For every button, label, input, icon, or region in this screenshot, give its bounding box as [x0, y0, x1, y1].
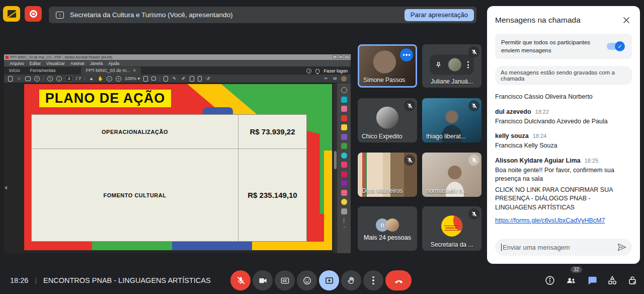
- zoom-in-icon[interactable]: +: [116, 76, 121, 82]
- menu-janela[interactable]: Janela: [90, 61, 103, 66]
- tile-secretaria[interactable]: SOBRAL Secretaria da ...: [422, 206, 481, 251]
- menu-assinar[interactable]: Assinar: [70, 61, 85, 66]
- search-tool-icon[interactable]: [341, 87, 347, 93]
- allow-messages-label: Permitir que todos os participantes envi…: [501, 38, 602, 54]
- allow-messages-toggle[interactable]: ✓: [607, 43, 624, 50]
- tile-simone-passos[interactable]: Simone Passos: [358, 44, 417, 88]
- stamp-icon[interactable]: [190, 76, 194, 82]
- page-down-icon[interactable]: ↓: [56, 76, 62, 82]
- account-avatar[interactable]: [341, 76, 347, 82]
- fit-width-icon[interactable]: [143, 76, 148, 82]
- tile-more-people[interactable]: n Mais 24 pessoas: [358, 206, 417, 251]
- tile-chico-expedito[interactable]: Chico Expedito: [358, 98, 417, 142]
- slide-yellow-bar: [324, 151, 332, 250]
- message-sender: kelly souza: [495, 132, 529, 139]
- page-up-icon[interactable]: ↑: [47, 76, 53, 82]
- protect-tool-icon[interactable]: [341, 199, 347, 205]
- chat-message-input[interactable]: [501, 244, 617, 251]
- maximize-icon[interactable]: ▢: [339, 55, 343, 59]
- find-icon[interactable]: ⌕: [34, 76, 40, 82]
- close-chat-icon[interactable]: [621, 15, 632, 26]
- participants-panel-icon[interactable]: [566, 275, 577, 286]
- mic-button[interactable]: [230, 270, 251, 290]
- combine-files-tool-icon[interactable]: [341, 134, 347, 140]
- scrollbar-handle[interactable]: [334, 151, 337, 169]
- pin-icon[interactable]: [435, 61, 442, 68]
- tile-juliane[interactable]: Juliane Januá...: [422, 44, 481, 88]
- redact-tool-icon[interactable]: [341, 208, 347, 214]
- notifications-bell-icon[interactable]: [315, 69, 319, 73]
- menu-ajuda[interactable]: Ajuda: [108, 61, 119, 66]
- activities-icon[interactable]: [607, 275, 618, 286]
- zoom-level-select[interactable]: 100% ▾: [125, 76, 140, 81]
- select-cursor-icon[interactable]: ▲: [89, 76, 94, 82]
- presentation-app-icon[interactable]: [3, 6, 20, 22]
- recording-indicator-icon[interactable]: [25, 6, 42, 22]
- close-window-icon[interactable]: ×: [345, 55, 349, 59]
- tab-inicio[interactable]: Início: [4, 67, 25, 75]
- menu-editar[interactable]: Editar: [30, 61, 41, 66]
- reactions-button[interactable]: [297, 270, 317, 290]
- raise-hand-button[interactable]: [341, 270, 361, 290]
- zoom-out-icon[interactable]: −: [107, 76, 112, 82]
- fill-sign-tool-icon[interactable]: [341, 162, 347, 168]
- menu-arquivo[interactable]: Arquivo: [10, 61, 24, 66]
- comment-icon[interactable]: [164, 76, 168, 82]
- tile-dora-malheiros[interactable]: Dora Malheiros: [358, 153, 417, 197]
- nav-pane-collapse-icon[interactable]: [5, 186, 7, 190]
- organize-pages-tool-icon[interactable]: [341, 106, 347, 112]
- captions-button[interactable]: [275, 270, 295, 290]
- share-email-icon[interactable]: ✉: [332, 76, 338, 82]
- tile-normasuely[interactable]: normasuely n...: [422, 153, 481, 197]
- read-mode-icon[interactable]: [151, 77, 156, 81]
- tile-menu-icon[interactable]: [467, 61, 469, 68]
- vertical-dots-icon: [372, 276, 374, 285]
- menu-visualizar[interactable]: Visualizar: [46, 61, 65, 66]
- pencil-icon[interactable]: ✎: [172, 76, 177, 82]
- highlight-icon[interactable]: ✐: [181, 76, 186, 82]
- request-signatures-tool-icon[interactable]: [341, 171, 347, 177]
- mic-off-icon: [404, 155, 415, 166]
- expand-tools-icon[interactable]: |→: [341, 217, 347, 224]
- export-pdf-tool-icon[interactable]: [341, 97, 347, 103]
- stop-presenting-button[interactable]: Parar apresentação: [405, 9, 474, 21]
- comment-tool-icon[interactable]: [341, 124, 347, 130]
- login-link[interactable]: Fazer logon: [324, 68, 348, 74]
- send-message-icon[interactable]: [617, 242, 627, 252]
- message-text: Francisco Dulcivando Azevedo de Paula: [495, 117, 632, 126]
- stamp-tool-icon[interactable]: [341, 180, 347, 186]
- end-call-button[interactable]: [385, 270, 412, 290]
- meeting-details-icon[interactable]: [544, 275, 555, 286]
- page-number-input[interactable]: 4: [65, 76, 72, 82]
- print-icon[interactable]: [25, 77, 31, 81]
- save-file-icon[interactable]: [8, 76, 13, 82]
- present-now-button[interactable]: [319, 270, 339, 290]
- more-options-button[interactable]: [363, 270, 383, 290]
- minimize-icon[interactable]: –: [333, 55, 337, 59]
- sign-pen-icon[interactable]: ✑: [323, 76, 329, 82]
- measure-tool-icon[interactable]: [341, 190, 347, 196]
- camera-button[interactable]: [253, 270, 273, 290]
- convert-tool-icon[interactable]: [341, 153, 347, 159]
- participant-name: thiago liberat...: [426, 133, 466, 140]
- tile-more-options-icon[interactable]: [400, 48, 413, 61]
- message-link[interactable]: https://forms.gle/c6vsUbxCadVyHBcM7: [495, 217, 605, 224]
- clock-time: 18:26: [10, 276, 28, 284]
- tab-close-icon[interactable]: ×: [133, 68, 136, 73]
- chat-message: Alisson Kyldare Aguiar Lima18:25 Boa noi…: [495, 157, 632, 225]
- create-pdf-tool-icon[interactable]: [341, 115, 347, 121]
- hand-pan-icon[interactable]: ✋: [98, 76, 103, 82]
- tab-document[interactable]: PPT-MINC_03 de m... ×: [81, 67, 141, 75]
- message-time: 18:24: [533, 133, 547, 139]
- undo-icon[interactable]: ↺: [205, 76, 211, 82]
- tab-ferramentas[interactable]: Ferramentas: [25, 67, 61, 75]
- host-controls-icon[interactable]: [627, 275, 638, 286]
- participants-count-badge: 32: [571, 266, 582, 273]
- star-favorites-icon[interactable]: ☆: [16, 76, 22, 82]
- chat-panel-icon[interactable]: [587, 275, 598, 286]
- edit-pdf-tool-icon[interactable]: [341, 143, 347, 149]
- help-icon[interactable]: ?: [306, 68, 311, 74]
- delete-icon[interactable]: [198, 76, 202, 82]
- tile-thiago[interactable]: thiago liberat...: [422, 98, 481, 142]
- document-scrollbar[interactable]: [334, 83, 337, 253]
